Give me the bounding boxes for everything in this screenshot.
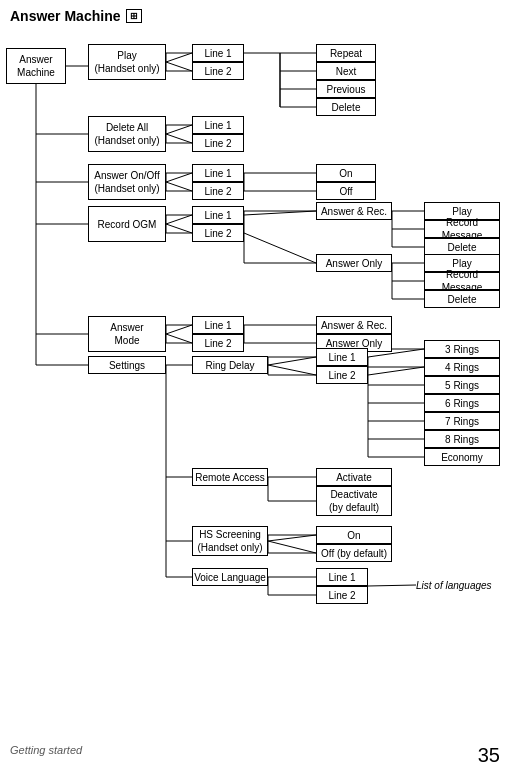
activate-box: Activate bbox=[316, 468, 392, 486]
svg-line-21 bbox=[166, 134, 192, 143]
record-msg2-box: Record Message bbox=[424, 272, 500, 290]
rings4-box: 4 Rings bbox=[424, 358, 500, 376]
answer-machine-box: Answer Machine bbox=[6, 48, 66, 84]
line1-ogm-box: Line 1 bbox=[192, 206, 244, 224]
footer: Getting started 35 bbox=[0, 744, 510, 767]
off-hs-box: Off (by default) bbox=[316, 544, 392, 562]
line1-onoff-box: Line 1 bbox=[192, 164, 244, 182]
line2-del-box: Line 2 bbox=[192, 134, 244, 152]
svg-line-64 bbox=[268, 357, 316, 365]
line2-onoff-box: Line 2 bbox=[192, 182, 244, 200]
footer-right: 35 bbox=[478, 744, 500, 767]
line2-ring-box: Line 2 bbox=[316, 366, 368, 384]
line1-mode-box: Line 1 bbox=[192, 316, 244, 334]
answer-rec-mode-box: Answer & Rec. bbox=[316, 316, 392, 334]
svg-line-2 bbox=[166, 62, 192, 71]
svg-line-39 bbox=[244, 233, 316, 263]
title-text: Answer Machine bbox=[10, 8, 120, 24]
svg-line-51 bbox=[166, 325, 192, 334]
next-box: Next bbox=[316, 62, 376, 80]
rings8-box: 8 Rings bbox=[424, 430, 500, 448]
record-msg1-box: Record Message bbox=[424, 220, 500, 238]
hs-screening-box: HS Screening (Handset only) bbox=[192, 526, 268, 556]
line1-play-box: Line 1 bbox=[192, 44, 244, 62]
rings5-box: 5 Rings bbox=[424, 376, 500, 394]
rings3-box: 3 Rings bbox=[424, 340, 500, 358]
voice-language-box: Voice Language bbox=[192, 568, 268, 586]
ring-delay-box: Ring Delay bbox=[192, 356, 268, 374]
deactivate-box: Deactivate (by default) bbox=[316, 486, 392, 516]
delete-play-box: Delete bbox=[316, 98, 376, 116]
svg-line-38 bbox=[244, 211, 316, 215]
play-handset-box: Play (Handset only) bbox=[88, 44, 166, 80]
remote-access-box: Remote Access bbox=[192, 468, 268, 486]
footer-left: Getting started bbox=[10, 744, 82, 767]
svg-line-82 bbox=[268, 535, 316, 541]
answer-rec-box: Answer & Rec. bbox=[316, 202, 392, 220]
line1-del-box: Line 1 bbox=[192, 116, 244, 134]
svg-line-65 bbox=[268, 365, 316, 375]
svg-line-83 bbox=[268, 541, 316, 553]
settings-box: Settings bbox=[88, 356, 166, 374]
answer-only-ogm-box: Answer Only bbox=[316, 254, 392, 272]
answer-mode-box: Answer Mode bbox=[88, 316, 166, 352]
answer-onoff-box: Answer On/Off (Handset only) bbox=[88, 164, 166, 200]
svg-line-1 bbox=[166, 53, 192, 62]
rings7-box: 7 Rings bbox=[424, 412, 500, 430]
svg-line-52 bbox=[166, 334, 192, 343]
line2-play-box: Line 2 bbox=[192, 62, 244, 80]
line2-ogm-box: Line 2 bbox=[192, 224, 244, 242]
delete-all-box: Delete All (Handset only) bbox=[88, 116, 166, 152]
repeat-box: Repeat bbox=[316, 44, 376, 62]
svg-line-71 bbox=[368, 367, 424, 375]
on-box: On bbox=[316, 164, 376, 182]
list-languages-label: List of languages bbox=[416, 576, 506, 594]
line1-ring-box: Line 1 bbox=[316, 348, 368, 366]
page-title: Answer Machine ⊞ bbox=[0, 0, 510, 28]
svg-line-20 bbox=[166, 125, 192, 134]
delete-ogm2-box: Delete bbox=[424, 290, 500, 308]
previous-box: Previous bbox=[316, 80, 376, 98]
icon-box: ⊞ bbox=[126, 9, 142, 23]
on-hs-box: On bbox=[316, 526, 392, 544]
line2-mode-box: Line 2 bbox=[192, 334, 244, 352]
svg-line-33 bbox=[166, 215, 192, 224]
economy-box: Economy bbox=[424, 448, 500, 466]
svg-line-25 bbox=[166, 173, 192, 182]
svg-line-26 bbox=[166, 182, 192, 191]
svg-line-90 bbox=[368, 585, 416, 586]
record-ogm-box: Record OGM bbox=[88, 206, 166, 242]
svg-line-34 bbox=[166, 224, 192, 233]
rings6-box: 6 Rings bbox=[424, 394, 500, 412]
line2-lang-box: Line 2 bbox=[316, 586, 368, 604]
off-box: Off bbox=[316, 182, 376, 200]
line1-lang-box: Line 1 bbox=[316, 568, 368, 586]
